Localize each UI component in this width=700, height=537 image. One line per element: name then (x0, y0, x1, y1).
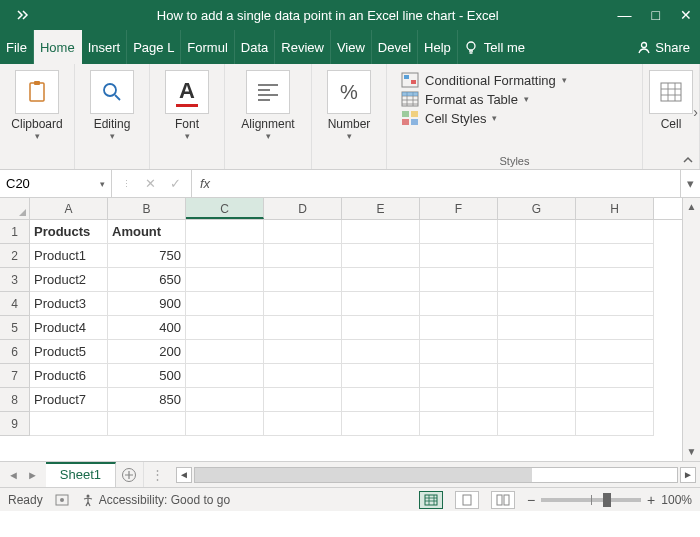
name-box-dropdown[interactable]: ▾ (100, 179, 105, 189)
cell[interactable] (186, 220, 264, 244)
cell[interactable]: 850 (108, 388, 186, 412)
cell[interactable] (30, 412, 108, 436)
close-button[interactable]: ✕ (680, 7, 692, 23)
cell[interactable]: 500 (108, 364, 186, 388)
tab-formulas[interactable]: Formul (181, 30, 234, 64)
name-box-input[interactable] (6, 176, 76, 191)
conditional-formatting-button[interactable]: Conditional Formatting ▾ (401, 72, 585, 88)
cell[interactable] (576, 340, 654, 364)
cell[interactable] (420, 364, 498, 388)
cell[interactable] (576, 268, 654, 292)
col-header-G[interactable]: G (498, 198, 576, 219)
number-button[interactable]: % Number ▾ (318, 70, 380, 141)
cell[interactable] (264, 268, 342, 292)
sheet-nav-prev[interactable]: ◄ (8, 469, 19, 481)
cell[interactable]: 650 (108, 268, 186, 292)
cell[interactable] (186, 388, 264, 412)
cell[interactable] (576, 364, 654, 388)
cell[interactable] (576, 292, 654, 316)
cell[interactable] (264, 220, 342, 244)
cell[interactable] (576, 388, 654, 412)
name-box[interactable]: ▾ (0, 170, 112, 197)
cell-styles-button[interactable]: Cell Styles ▾ (401, 110, 585, 126)
cell[interactable] (186, 316, 264, 340)
tell-me[interactable]: Tell me (458, 30, 531, 64)
row-header[interactable]: 2 (0, 244, 30, 268)
cell[interactable] (264, 316, 342, 340)
cells-button[interactable]: Cell (649, 70, 693, 131)
zoom-in-button[interactable]: + (647, 492, 655, 508)
cell[interactable]: Product3 (30, 292, 108, 316)
scroll-down-button[interactable]: ▼ (683, 443, 700, 461)
view-pagelayout-button[interactable] (455, 491, 479, 509)
alignment-button[interactable]: Alignment ▾ (231, 70, 305, 141)
cell[interactable]: Products (30, 220, 108, 244)
cell[interactable] (342, 364, 420, 388)
tab-data[interactable]: Data (235, 30, 275, 64)
row-header[interactable]: 3 (0, 268, 30, 292)
hscroll-left[interactable]: ◄ (176, 467, 192, 483)
cell[interactable] (498, 364, 576, 388)
cell[interactable] (342, 316, 420, 340)
tab-file[interactable]: File (0, 30, 34, 64)
cell[interactable] (498, 244, 576, 268)
cell[interactable]: Product1 (30, 244, 108, 268)
cell[interactable] (420, 412, 498, 436)
vertical-scrollbar[interactable]: ▲ ▼ (682, 198, 700, 461)
cell[interactable] (264, 412, 342, 436)
cell[interactable]: Product6 (30, 364, 108, 388)
share-button[interactable]: Share (627, 30, 700, 64)
col-header-E[interactable]: E (342, 198, 420, 219)
sheet-tab-active[interactable]: Sheet1 (46, 462, 116, 487)
cell[interactable] (264, 292, 342, 316)
view-normal-button[interactable] (419, 491, 443, 509)
tab-pagelayout[interactable]: Page L (127, 30, 181, 64)
cell[interactable] (186, 364, 264, 388)
cell[interactable] (498, 340, 576, 364)
tab-review[interactable]: Review (275, 30, 331, 64)
cell[interactable]: 750 (108, 244, 186, 268)
editing-button[interactable]: Editing ▾ (81, 70, 143, 141)
cell[interactable] (420, 292, 498, 316)
cell[interactable] (264, 244, 342, 268)
hscroll-track[interactable] (194, 467, 678, 483)
format-as-table-button[interactable]: Format as Table ▾ (401, 91, 585, 107)
cell[interactable] (420, 316, 498, 340)
cell[interactable]: 900 (108, 292, 186, 316)
tab-help[interactable]: Help (418, 30, 458, 64)
ribbon-collapse-button[interactable] (682, 155, 694, 165)
cancel-formula-button[interactable]: ✕ (145, 176, 156, 191)
cell[interactable] (342, 268, 420, 292)
select-all-button[interactable] (0, 198, 30, 219)
cell[interactable] (186, 412, 264, 436)
zoom-knob[interactable] (603, 493, 611, 507)
col-header-F[interactable]: F (420, 198, 498, 219)
cell[interactable] (498, 316, 576, 340)
cell[interactable] (186, 340, 264, 364)
cell[interactable] (264, 388, 342, 412)
col-header-D[interactable]: D (264, 198, 342, 219)
cell[interactable]: 200 (108, 340, 186, 364)
zoom-out-button[interactable]: − (527, 492, 535, 508)
cell[interactable] (186, 244, 264, 268)
cell[interactable] (186, 268, 264, 292)
tab-home[interactable]: Home (34, 30, 82, 64)
fx-label[interactable]: fx (192, 170, 218, 197)
tab-view[interactable]: View (331, 30, 372, 64)
cell[interactable] (342, 244, 420, 268)
tab-developer[interactable]: Devel (372, 30, 418, 64)
cell[interactable] (420, 340, 498, 364)
enter-formula-button[interactable]: ✓ (170, 176, 181, 191)
cell[interactable] (342, 220, 420, 244)
hscroll-thumb[interactable] (195, 468, 532, 482)
cell[interactable] (498, 268, 576, 292)
cell[interactable] (420, 244, 498, 268)
cell[interactable]: 400 (108, 316, 186, 340)
cell[interactable] (342, 388, 420, 412)
tab-insert[interactable]: Insert (82, 30, 128, 64)
cell[interactable] (420, 220, 498, 244)
zoom-level[interactable]: 100% (661, 493, 692, 507)
zoom-slider[interactable] (541, 498, 641, 502)
cell[interactable] (576, 412, 654, 436)
cell[interactable] (108, 412, 186, 436)
